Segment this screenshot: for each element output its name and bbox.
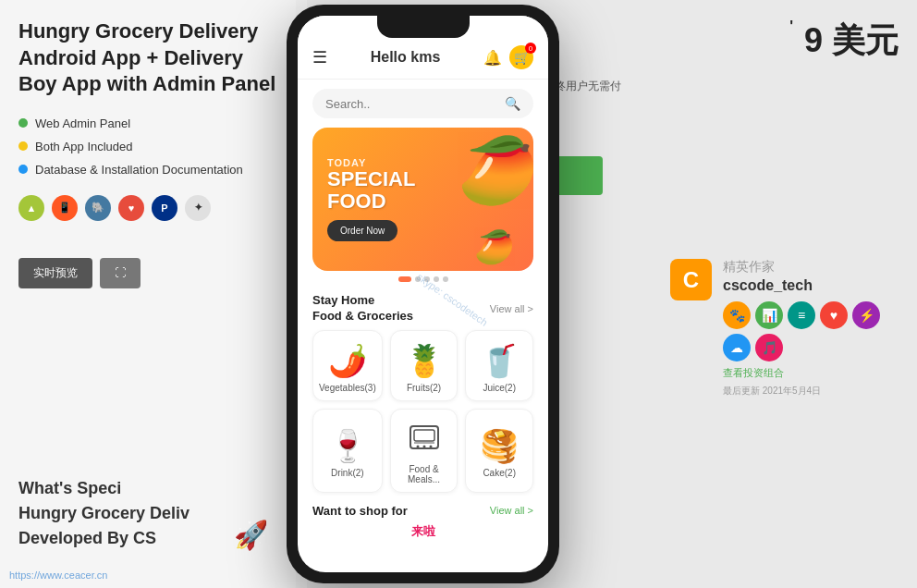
phone-notch	[377, 16, 470, 38]
dot-1[interactable]	[398, 276, 411, 282]
dot-4[interactable]	[434, 276, 439, 282]
seller-name-display: cscode_tech	[723, 277, 880, 294]
svg-point-3	[416, 445, 419, 447]
bottom-text: What's SpeciHungry Grocery DelivDevelope…	[18, 476, 277, 551]
view-portfolio-link[interactable]: 查看投资组合	[723, 366, 880, 380]
tech-icons-row: ▲ 📱 🐘 ♥ P ✦	[18, 195, 277, 221]
fruits-icon: 🍍	[405, 342, 444, 379]
category-grid: 🌶️ Vegetables(3) 🍍 Fruits(2) 🥤 Juice(2) …	[298, 330, 548, 493]
action-buttons: 实时预览 ⛶	[18, 239, 277, 288]
ceacer-url: https://www.ceacer.cn	[9, 570, 107, 581]
feature-dot	[18, 165, 28, 174]
category-fruits[interactable]: 🍍 Fruits(2)	[390, 330, 458, 401]
icon-7: 🎵	[755, 334, 783, 361]
rocket-icon: 🚀	[234, 519, 268, 551]
dot-5[interactable]	[443, 276, 448, 282]
mango-icon: 🥭	[458, 132, 533, 208]
phone-frame: ☰ Hello kms 🔔 🛒 0 🔍 TODAY	[287, 5, 559, 583]
feature-label: Both App Included	[35, 140, 133, 153]
dot-2[interactable]	[415, 276, 421, 282]
seller-details: 精英作家 cscode_tech 🐾 📊 ≡ ♥ ⚡ ☁ 🎵 查看投资	[723, 259, 880, 398]
db-icon: 🐘	[85, 195, 111, 221]
icon-2: 📊	[755, 301, 783, 329]
app-greeting: Hello kms	[371, 49, 441, 66]
banner-special: SPECIAL FOOD	[327, 168, 415, 213]
feature-1: Web Admin Panel	[18, 116, 277, 130]
section-title-line1: Stay Home	[312, 293, 374, 307]
category-cake[interactable]: 🥞 Cake(2)	[465, 409, 533, 493]
section-title-line2: Food & Groceries	[312, 309, 413, 323]
category-drink[interactable]: 🍷 Drink(2)	[312, 409, 383, 493]
seller-logo: C	[670, 259, 712, 300]
seller-icon-row: 🐾 📊 ≡ ♥ ⚡	[723, 301, 880, 329]
dot-3[interactable]	[424, 276, 430, 282]
promo-banner[interactable]: TODAY SPECIAL FOOD Order Now 🥭 🥭	[312, 128, 533, 271]
feature-2: Both App Included	[18, 140, 277, 153]
cake-label: Cake(2)	[483, 468, 516, 478]
notification-icon[interactable]: 🔔	[483, 49, 502, 67]
food-meals-label: Food & Meals...	[397, 464, 452, 484]
juice-icon: 🥤	[480, 342, 519, 379]
cart-badge: 0	[525, 43, 536, 54]
left-panel: Hungry Grocery Delivery Android App + De…	[0, 0, 296, 588]
want-title: Want to shop for	[312, 504, 408, 518]
bottom-watermark-text: 来啦	[411, 524, 435, 538]
ceacer-watermark: https://www.ceacer.cn	[9, 570, 107, 581]
groceries-title: Stay Home Food & Groceries	[312, 293, 413, 325]
icon-5: ⚡	[852, 301, 880, 329]
feature-dot	[18, 118, 28, 128]
view-all-groceries[interactable]: View all >	[490, 303, 533, 314]
banner-text: TODAY SPECIAL FOOD Order Now	[327, 157, 415, 241]
cake-icon: 🥞	[480, 427, 519, 464]
special-text: SPECIAL	[327, 167, 415, 190]
title-text: Hungry Grocery Delivery Android App + De…	[18, 19, 275, 95]
icon-6: ☁	[723, 334, 751, 361]
menu-icon[interactable]: ☰	[312, 47, 327, 67]
fullscreen-button[interactable]: ⛶	[100, 258, 141, 288]
icon-1: 🐾	[723, 301, 751, 329]
order-now-button[interactable]: Order Now	[327, 220, 397, 241]
drink-icon: 🍷	[328, 427, 367, 464]
phone-container: ☰ Hello kms 🔔 🛒 0 🔍 TODAY	[287, 5, 559, 583]
feature-label: Database & Installation Documentation	[35, 163, 243, 177]
search-input[interactable]	[325, 97, 499, 111]
want-to-shop-section: Want to shop for View all >	[298, 493, 548, 523]
preview-button[interactable]: 实时预览	[18, 258, 92, 288]
phone-screen: ☰ Hello kms 🔔 🛒 0 🔍 TODAY	[298, 16, 548, 572]
product-title: Hungry Grocery Delivery Android App + De…	[18, 18, 277, 98]
android-icon: ▲	[18, 195, 44, 221]
icon-3: ≡	[788, 301, 815, 329]
fruits-label: Fruits(2)	[407, 383, 441, 393]
view-all-shop[interactable]: View all >	[490, 505, 533, 516]
paypal-icon: P	[152, 195, 177, 221]
feature-3: Database & Installation Documentation	[18, 163, 277, 177]
food-text: FOOD	[327, 190, 386, 213]
svg-rect-1	[414, 430, 434, 441]
seller-elite-label: 精英作家	[723, 259, 775, 274]
drink-label: Drink(2)	[331, 468, 364, 478]
search-bar: 🔍	[312, 89, 533, 118]
category-vegetables[interactable]: 🌶️ Vegetables(3)	[312, 330, 383, 401]
update-label: 最后更新	[723, 386, 760, 396]
groceries-section-header: Stay Home Food & Groceries View all >	[298, 282, 548, 330]
oven-svg	[408, 421, 441, 454]
mango-slice-icon: 🥭	[474, 228, 515, 266]
extra-icon: ✦	[185, 195, 211, 221]
price-currency: '	[789, 18, 793, 34]
seller-name-text: cscode_tech	[723, 277, 813, 293]
food-meals-icon	[408, 421, 441, 460]
search-icon[interactable]: 🔍	[505, 96, 520, 111]
category-food-meals[interactable]: Food & Meals...	[390, 409, 458, 493]
icon-4: ♥	[820, 301, 848, 329]
seller-badge-label: 精英作家	[723, 259, 880, 276]
category-juice[interactable]: 🥤 Juice(2)	[465, 330, 533, 401]
svg-point-4	[422, 445, 425, 447]
seller-info: C 精英作家 cscode_tech 🐾 📊 ≡ ♥ ⚡ ☁ 🎵	[670, 259, 880, 398]
juice-label: Juice(2)	[483, 383, 516, 393]
price-display: ' 9 美元	[789, 18, 899, 64]
vegetables-label: Vegetables(3)	[319, 383, 376, 393]
heart-icon: ♥	[118, 195, 144, 221]
cart-button[interactable]: 🛒 0	[509, 45, 533, 69]
svg-point-5	[429, 445, 432, 447]
last-updated-text: 最后更新 2021年5月4日	[723, 385, 880, 398]
